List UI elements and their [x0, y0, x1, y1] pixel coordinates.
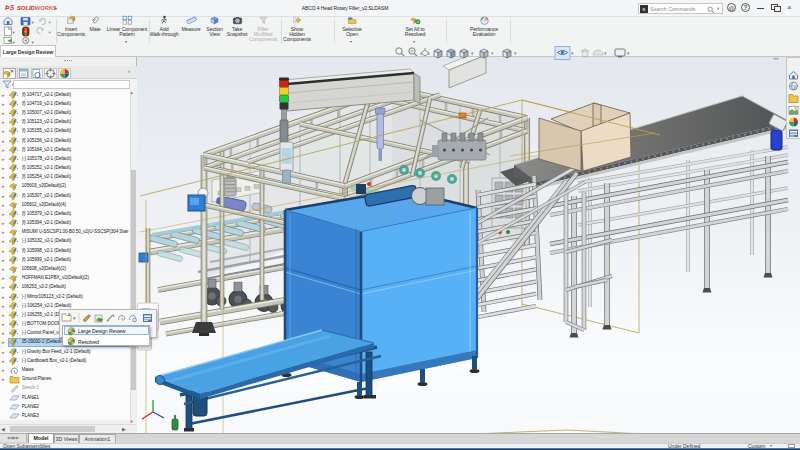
- svg-text:▾: ▾: [49, 20, 52, 25]
- svg-text:▾: ▾: [471, 50, 474, 56]
- svg-text:▾: ▾: [73, 315, 76, 321]
- svg-text:▾: ▾: [514, 50, 517, 56]
- svg-text:▾: ▾: [32, 20, 35, 25]
- svg-text:▾: ▾: [13, 30, 16, 35]
- svg-text:▾: ▾: [32, 40, 35, 45]
- svg-text:▾: ▾: [571, 50, 574, 56]
- svg-text:▾: ▾: [491, 50, 494, 56]
- svg-text:▾: ▾: [627, 50, 630, 56]
- svg-text:▾: ▾: [604, 50, 607, 56]
- svg-text:▾: ▾: [13, 40, 16, 45]
